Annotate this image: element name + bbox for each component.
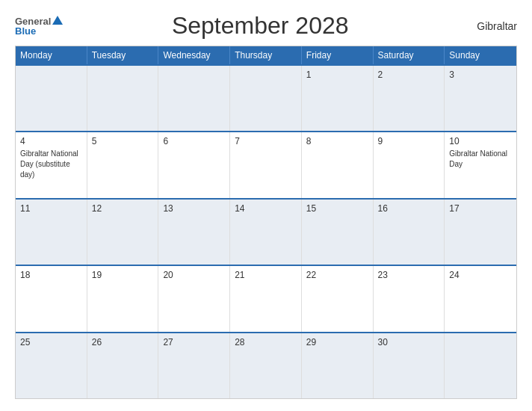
cell-date: 27	[163, 337, 225, 347]
day-headers-row: MondayTuesdayWednesdayThursdayFridaySatu…	[16, 46, 516, 64]
logo-blue: Blue	[15, 26, 36, 36]
cell-date: 21	[235, 270, 297, 280]
cell-date: 20	[163, 270, 225, 280]
calendar-grid: MondayTuesdayWednesdayThursdayFridaySatu…	[15, 46, 517, 399]
calendar-cell	[230, 66, 302, 131]
calendar-cell: 24	[445, 266, 516, 331]
logo-general: General	[15, 16, 51, 26]
calendar-cell: 5	[87, 132, 159, 197]
day-header-wednesday: Wednesday	[158, 46, 230, 64]
cell-event: Gibraltar National Day (substitute day)	[20, 149, 78, 179]
calendar-cell: 10Gibraltar National Day	[445, 132, 516, 197]
cell-date: 23	[378, 270, 440, 280]
day-header-thursday: Thursday	[230, 46, 302, 64]
logo-triangle-icon	[52, 16, 63, 25]
calendar-cell: 29	[302, 333, 374, 398]
week-row-1: 123	[16, 64, 516, 131]
calendar-cell: 21	[230, 266, 302, 331]
cell-date: 14	[235, 203, 297, 214]
calendar-cell: 23	[374, 266, 445, 331]
calendar-cell: 16	[374, 200, 445, 265]
week-row-4: 18192021222324	[16, 265, 516, 331]
cell-date: 3	[449, 69, 512, 80]
calendar-cell: 8	[302, 132, 374, 197]
calendar-cell	[445, 333, 516, 398]
cell-date: 15	[306, 203, 368, 214]
month-title: September 2028	[63, 12, 457, 40]
cell-date: 22	[306, 270, 368, 280]
calendar-cell	[16, 66, 87, 131]
day-header-sunday: Sunday	[445, 46, 516, 64]
calendar-cell: 19	[87, 266, 159, 331]
country-label: Gibraltar	[457, 20, 517, 32]
day-header-monday: Monday	[16, 46, 87, 64]
calendar-cell: 1	[302, 66, 374, 131]
calendar-page: General Blue September 2028 Gibraltar Mo…	[0, 0, 532, 411]
logo: General Blue	[15, 16, 63, 36]
week-row-2: 4Gibraltar National Day (substitute day)…	[16, 131, 516, 197]
calendar-cell: 30	[374, 333, 445, 398]
calendar-cell: 13	[158, 200, 230, 265]
cell-date: 2	[378, 69, 440, 80]
calendar-cell: 2	[374, 66, 445, 131]
day-header-friday: Friday	[302, 46, 374, 64]
cell-date: 12	[92, 203, 154, 214]
calendar-cell: 18	[16, 266, 87, 331]
calendar-cell: 15	[302, 200, 374, 265]
cell-date: 6	[163, 136, 225, 146]
calendar-cell: 14	[230, 200, 302, 265]
cell-date: 8	[306, 136, 368, 146]
weeks-container: 1234Gibraltar National Day (substitute d…	[16, 64, 516, 398]
calendar-cell: 3	[445, 66, 516, 131]
calendar-cell: 26	[87, 333, 159, 398]
cell-date: 17	[449, 203, 512, 214]
cell-date: 25	[20, 337, 82, 347]
calendar-cell: 20	[158, 266, 230, 331]
calendar-cell: 7	[230, 132, 302, 197]
cell-event: Gibraltar National Day	[449, 149, 507, 168]
cell-date: 7	[235, 136, 297, 146]
cell-date: 4	[20, 136, 82, 146]
cell-date: 13	[163, 203, 225, 214]
calendar-cell	[158, 66, 230, 131]
calendar-cell: 27	[158, 333, 230, 398]
day-header-saturday: Saturday	[374, 46, 445, 64]
cell-date: 29	[306, 337, 368, 347]
cell-date: 28	[235, 337, 297, 347]
cell-date: 18	[20, 270, 82, 280]
calendar-cell: 6	[158, 132, 230, 197]
calendar-cell: 11	[16, 200, 87, 265]
calendar-cell	[87, 66, 159, 131]
calendar-cell: 25	[16, 333, 87, 398]
calendar-cell: 22	[302, 266, 374, 331]
calendar-cell: 12	[87, 200, 159, 265]
day-header-tuesday: Tuesday	[87, 46, 159, 64]
cell-date: 1	[306, 69, 368, 80]
cell-date: 16	[378, 203, 440, 214]
week-row-5: 252627282930	[16, 332, 516, 398]
cell-date: 24	[449, 270, 512, 280]
calendar-cell: 4Gibraltar National Day (substitute day)	[16, 132, 87, 197]
cell-date: 10	[449, 136, 512, 146]
calendar-header: General Blue September 2028 Gibraltar	[15, 12, 517, 40]
cell-date: 5	[92, 136, 154, 146]
cell-date: 26	[92, 337, 154, 347]
cell-date: 11	[20, 203, 82, 214]
cell-date: 9	[378, 136, 440, 146]
calendar-cell: 28	[230, 333, 302, 398]
calendar-cell: 9	[374, 132, 445, 197]
cell-date: 30	[378, 337, 440, 347]
week-row-3: 11121314151617	[16, 198, 516, 265]
calendar-cell: 17	[445, 200, 516, 265]
cell-date: 19	[92, 270, 154, 280]
